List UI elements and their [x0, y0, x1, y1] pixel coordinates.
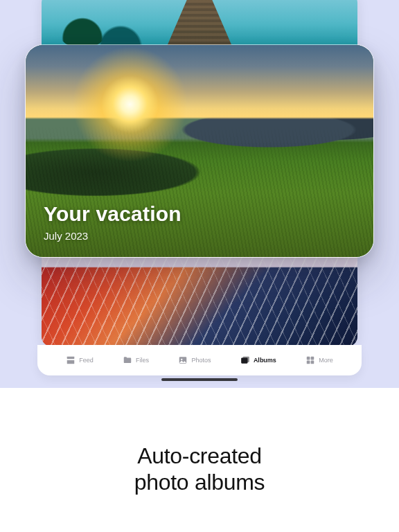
featured-album-title: Your vacation	[44, 202, 181, 226]
svg-rect-5	[242, 357, 249, 362]
tab-files[interactable]: Files	[123, 355, 149, 365]
tagline-line-2: photo albums	[134, 470, 265, 495]
tab-label: Albums	[254, 357, 276, 364]
svg-rect-1	[67, 360, 75, 364]
tab-photos[interactable]: Photos	[178, 355, 211, 365]
tab-label: Files	[136, 357, 149, 364]
svg-rect-9	[311, 361, 314, 364]
tab-label: More	[319, 357, 333, 364]
tab-label: Feed	[79, 357, 94, 364]
grid-icon	[305, 355, 315, 365]
home-indicator	[161, 378, 238, 381]
svg-rect-6	[307, 357, 310, 360]
tab-albums[interactable]: Albums	[240, 355, 276, 365]
folder-icon	[123, 355, 132, 365]
marketing-tagline: Auto-created photo albums	[0, 388, 399, 532]
tab-feed[interactable]: Feed	[66, 355, 94, 365]
bottom-tab-bar: Feed Files Photos Albums More	[37, 345, 362, 375]
svg-rect-8	[307, 361, 310, 364]
svg-rect-7	[311, 357, 314, 360]
albums-icon	[240, 355, 250, 365]
tagline-line-1: Auto-created	[137, 443, 262, 468]
feed-icon	[66, 355, 76, 365]
svg-point-3	[181, 359, 183, 360]
background-photo-card-bottom	[42, 249, 357, 346]
svg-rect-0	[67, 357, 75, 360]
tab-label: Photos	[191, 357, 211, 364]
featured-album-card[interactable]: Your vacation July 2023	[25, 44, 374, 258]
device-preview: Your vacation July 2023 Feed Files Photo…	[0, 0, 399, 388]
tab-more[interactable]: More	[305, 355, 333, 365]
featured-album-subtitle: July 2023	[44, 230, 181, 242]
photo-icon	[178, 355, 188, 365]
